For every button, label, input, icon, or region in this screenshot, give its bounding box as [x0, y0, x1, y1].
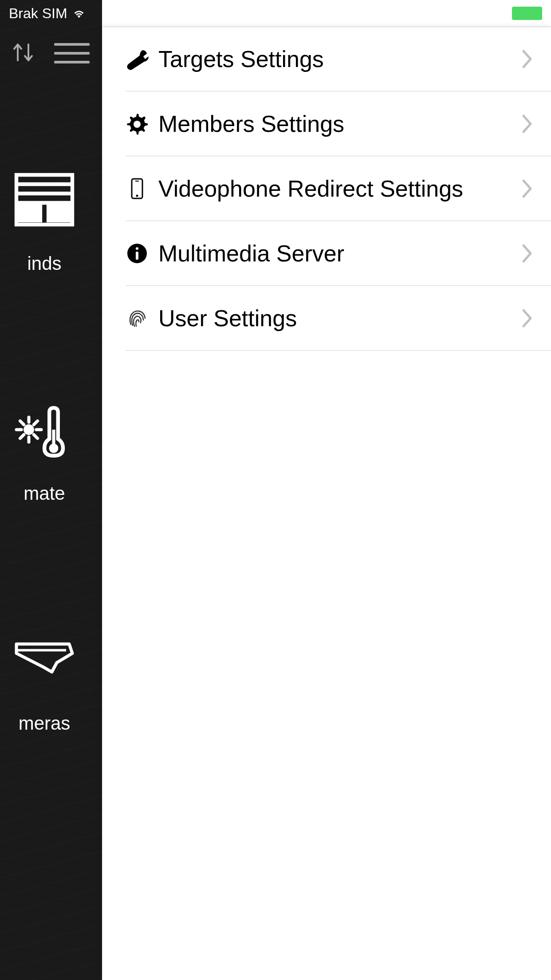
phone-icon: [126, 177, 149, 200]
main-panel: Targets Settings Members Settings: [102, 27, 551, 980]
camera-icon: [13, 628, 75, 691]
settings-label: Members Settings: [158, 111, 511, 137]
swap-icon[interactable]: [10, 39, 36, 67]
svg-rect-4: [18, 205, 42, 222]
settings-list: Targets Settings Members Settings: [102, 27, 551, 351]
svg-point-15: [49, 444, 58, 453]
sidebar-item-label: mate: [24, 483, 65, 504]
sidebar-item-blinds[interactable]: inds: [13, 169, 75, 274]
svg-line-14: [34, 421, 37, 424]
menu-icon[interactable]: [54, 43, 90, 63]
sidebar-items: inds mate: [0, 169, 102, 734]
blinds-icon: [13, 169, 75, 231]
settings-item-members[interactable]: Members Settings: [126, 91, 551, 156]
svg-line-12: [34, 435, 37, 438]
chevron-right-icon: [521, 308, 533, 328]
info-icon: [126, 242, 149, 265]
settings-item-multimedia[interactable]: Multimedia Server: [126, 221, 551, 286]
battery-icon: [512, 7, 542, 20]
settings-label: Targets Settings: [158, 46, 511, 72]
gear-icon: [126, 112, 149, 135]
settings-item-targets[interactable]: Targets Settings: [126, 27, 551, 91]
chevron-right-icon: [521, 114, 533, 134]
sidebar-item-label: meras: [19, 713, 71, 734]
settings-label: Videophone Redirect Settings: [158, 175, 511, 202]
sidebar: inds mate: [0, 0, 102, 980]
sim-status-text: Brak SIM: [9, 5, 67, 22]
status-left: Brak SIM: [9, 5, 85, 22]
chevron-right-icon: [521, 179, 533, 198]
svg-point-6: [24, 425, 34, 435]
svg-rect-24: [136, 252, 138, 260]
sidebar-item-label: inds: [27, 253, 61, 274]
svg-point-18: [134, 121, 141, 128]
fingerprint-icon: [126, 307, 149, 330]
wifi-icon: [73, 5, 85, 22]
sidebar-item-cameras[interactable]: meras: [13, 628, 75, 734]
svg-point-20: [136, 194, 138, 197]
sidebar-header: [10, 39, 90, 67]
svg-point-23: [136, 247, 138, 250]
settings-label: Multimedia Server: [158, 240, 511, 267]
svg-line-13: [20, 435, 24, 438]
wrench-icon: [126, 47, 149, 71]
settings-item-user[interactable]: User Settings: [126, 286, 551, 351]
status-bar: Brak SIM: [0, 0, 551, 27]
settings-label: User Settings: [158, 305, 511, 332]
chevron-right-icon: [521, 244, 533, 263]
settings-item-videophone[interactable]: Videophone Redirect Settings: [126, 156, 551, 221]
chevron-right-icon: [521, 49, 533, 69]
sidebar-item-climate[interactable]: mate: [13, 399, 75, 504]
status-right: [512, 7, 542, 20]
climate-icon: [13, 399, 75, 461]
svg-line-11: [20, 421, 24, 424]
svg-rect-5: [47, 205, 71, 222]
